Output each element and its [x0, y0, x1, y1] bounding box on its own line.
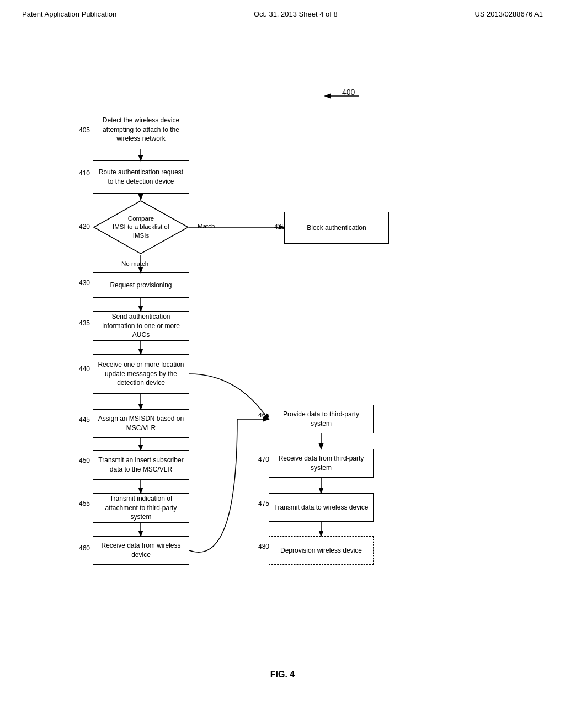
box-435: Send authentication information to one o…	[93, 311, 189, 341]
box-430: Request provisioning	[93, 272, 189, 298]
step-455-label: 455	[79, 500, 90, 507]
step-470-label: 470	[258, 456, 269, 463]
step-450-label: 450	[79, 457, 90, 464]
step-420-label: 420	[79, 223, 90, 231]
step-475-label: 475	[258, 500, 269, 507]
step-480-label: 480	[258, 543, 269, 550]
step-460-label: 460	[79, 544, 90, 552]
step-440-label: 440	[79, 365, 90, 373]
header-right: US 2013/0288676 A1	[475, 10, 543, 18]
box-425: Block authentication	[284, 212, 389, 244]
arrows-svg	[0, 30, 565, 664]
step-405-label: 405	[79, 126, 90, 134]
box-470: Receive data from third-party system	[269, 449, 374, 478]
match-label: Match	[198, 223, 215, 229]
step-430-label: 430	[79, 279, 90, 287]
step-445-label: 445	[79, 416, 90, 424]
box-455: Transmit indication of attachment to thi…	[93, 493, 189, 523]
step-435-label: 435	[79, 319, 90, 327]
page-header: Patent Application Publication Oct. 31, …	[0, 0, 565, 24]
step-410-label: 410	[79, 169, 90, 177]
diagram-area: 400 405 Detect the wireless device attem…	[0, 30, 565, 664]
diamond-420: Compare IMSI to a blacklist of IMSIs	[93, 200, 189, 255]
header-left: Patent Application Publication	[22, 10, 116, 18]
step-465-label: 465	[258, 411, 269, 419]
box-405: Detect the wireless device attempting to…	[93, 110, 189, 149]
box-480: Deprovision wireless device	[269, 536, 374, 565]
header-center: Oct. 31, 2013 Sheet 4 of 8	[254, 10, 338, 18]
box-475: Transmit data to wireless device	[269, 493, 374, 522]
box-450: Transmit an insert subscriber data to th…	[93, 450, 189, 480]
box-460: Receive data from wireless device	[93, 536, 189, 565]
ref-400-label: 400	[342, 88, 355, 97]
fig-label: FIG. 4	[0, 670, 565, 690]
nomatch-label: No match	[121, 260, 148, 267]
box-445: Assign an MSISDN based on MSC/VLR	[93, 409, 189, 438]
box-440: Receive one or more location update mess…	[93, 354, 189, 394]
box-465: Provide data to third-party system	[269, 405, 374, 433]
box-410: Route authentication request to the dete…	[93, 160, 189, 194]
